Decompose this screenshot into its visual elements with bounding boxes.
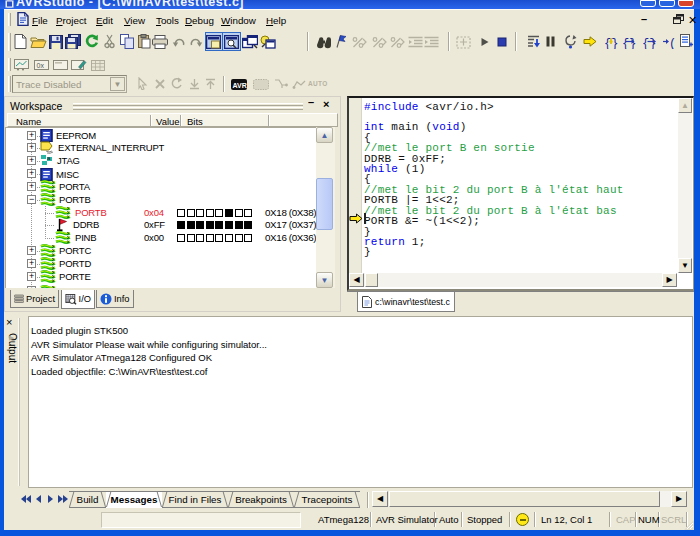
- svg-text:(): (): [669, 37, 677, 49]
- svg-text:{}: {}: [642, 37, 656, 49]
- svg-text:{}: {}: [622, 37, 636, 49]
- svg-text:AVR: AVR: [233, 82, 247, 89]
- svg-text:0x: 0x: [37, 62, 45, 69]
